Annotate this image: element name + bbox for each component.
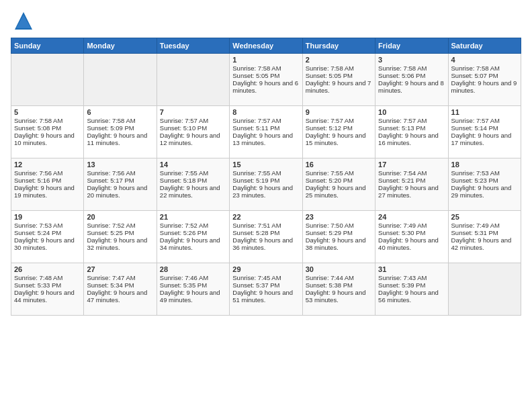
calendar-cell: 18Sunrise: 7:53 AMSunset: 5:23 PMDayligh… bbox=[448, 158, 521, 211]
day-number: 3 bbox=[378, 56, 445, 64]
day-info-line: Sunset: 5:23 PM bbox=[451, 177, 518, 184]
day-info-line: Daylight: 9 hours and 10 minutes. bbox=[14, 132, 81, 146]
day-info-line: Daylight: 9 hours and 30 minutes. bbox=[14, 236, 81, 251]
day-info-line: Sunset: 5:35 PM bbox=[160, 281, 226, 289]
day-info-line: Sunset: 5:16 PM bbox=[14, 177, 81, 184]
calendar-cell: 20Sunrise: 7:52 AMSunset: 5:25 PMDayligh… bbox=[84, 211, 157, 263]
day-info-line: Sunset: 5:38 PM bbox=[306, 281, 372, 289]
day-info-line: Sunrise: 7:58 AM bbox=[14, 117, 81, 124]
day-info-line: Sunset: 5:14 PM bbox=[451, 124, 518, 132]
calendar-week-3: 12Sunrise: 7:56 AMSunset: 5:16 PMDayligh… bbox=[11, 158, 521, 211]
calendar-cell: 15Sunrise: 7:55 AMSunset: 5:19 PMDayligh… bbox=[230, 158, 302, 211]
day-number: 7 bbox=[160, 108, 226, 116]
calendar-cell: 9Sunrise: 7:57 AMSunset: 5:12 PMDaylight… bbox=[302, 106, 375, 158]
day-info-line: Sunset: 5:26 PM bbox=[160, 229, 226, 236]
day-info-line: Sunset: 5:20 PM bbox=[306, 177, 372, 184]
day-number: 23 bbox=[306, 213, 372, 221]
day-number: 19 bbox=[14, 213, 81, 221]
day-info-line: Sunrise: 7:57 AM bbox=[306, 117, 372, 124]
day-number: 1 bbox=[232, 56, 299, 64]
day-info-line: Sunrise: 7:57 AM bbox=[160, 117, 226, 124]
day-info-line: Sunset: 5:17 PM bbox=[87, 177, 153, 184]
day-number: 6 bbox=[87, 108, 153, 116]
day-header-thursday: Thursday bbox=[302, 38, 375, 54]
day-info-line: Sunrise: 7:56 AM bbox=[87, 169, 153, 177]
day-info-line: Sunset: 5:31 PM bbox=[451, 229, 518, 236]
day-header-wednesday: Wednesday bbox=[230, 38, 302, 54]
day-number: 31 bbox=[378, 265, 445, 273]
day-info-line: Sunrise: 7:55 AM bbox=[232, 169, 299, 177]
day-info-line: Sunrise: 7:58 AM bbox=[378, 64, 445, 72]
day-info-line: Daylight: 9 hours and 51 minutes. bbox=[232, 289, 299, 304]
day-info-line: Sunset: 5:24 PM bbox=[14, 229, 81, 236]
day-info-line: Daylight: 9 hours and 7 minutes. bbox=[306, 79, 372, 94]
calendar-cell: 8Sunrise: 7:57 AMSunset: 5:11 PMDaylight… bbox=[230, 106, 302, 158]
day-number: 9 bbox=[306, 108, 372, 116]
day-info-line: Daylight: 9 hours and 25 minutes. bbox=[306, 184, 372, 199]
day-info-line: Sunset: 5:30 PM bbox=[378, 229, 445, 236]
day-info-line: Sunrise: 7:55 AM bbox=[306, 169, 372, 177]
day-info-line: Sunset: 5:39 PM bbox=[378, 281, 445, 289]
day-info-line: Daylight: 9 hours and 19 minutes. bbox=[14, 184, 81, 199]
day-info-line: Sunset: 5:08 PM bbox=[14, 124, 81, 132]
day-info-line: Sunset: 5:06 PM bbox=[378, 72, 445, 79]
calendar-cell: 13Sunrise: 7:56 AMSunset: 5:17 PMDayligh… bbox=[84, 158, 157, 211]
day-number: 12 bbox=[14, 161, 81, 169]
day-info-line: Sunset: 5:21 PM bbox=[378, 177, 445, 184]
day-number: 16 bbox=[306, 161, 372, 169]
day-info-line: Sunset: 5:12 PM bbox=[306, 124, 372, 132]
day-number: 15 bbox=[232, 161, 299, 169]
day-info-line: Daylight: 9 hours and 36 minutes. bbox=[232, 236, 299, 251]
day-info-line: Daylight: 9 hours and 6 minutes. bbox=[232, 79, 299, 94]
calendar-week-5: 26Sunrise: 7:48 AMSunset: 5:33 PMDayligh… bbox=[11, 263, 521, 316]
day-number: 2 bbox=[306, 56, 372, 64]
day-info-line: Sunset: 5:05 PM bbox=[232, 72, 299, 79]
day-number: 29 bbox=[232, 265, 299, 273]
day-info-line: Sunrise: 7:43 AM bbox=[378, 274, 445, 281]
calendar-cell: 11Sunrise: 7:57 AMSunset: 5:14 PMDayligh… bbox=[448, 106, 521, 158]
day-info-line: Sunrise: 7:50 AM bbox=[306, 222, 372, 229]
day-header-monday: Monday bbox=[84, 38, 157, 54]
day-info-line: Sunset: 5:28 PM bbox=[232, 229, 299, 236]
day-number: 13 bbox=[87, 161, 153, 169]
day-info-line: Sunrise: 7:58 AM bbox=[451, 64, 518, 72]
calendar-cell: 28Sunrise: 7:46 AMSunset: 5:35 PMDayligh… bbox=[157, 263, 229, 316]
day-header-saturday: Saturday bbox=[448, 38, 521, 54]
calendar-cell: 24Sunrise: 7:49 AMSunset: 5:30 PMDayligh… bbox=[375, 211, 448, 263]
day-number: 20 bbox=[87, 213, 153, 221]
day-info-line: Daylight: 9 hours and 38 minutes. bbox=[306, 236, 372, 251]
day-number: 30 bbox=[306, 265, 372, 273]
day-info-line: Daylight: 9 hours and 40 minutes. bbox=[378, 236, 445, 251]
calendar-cell: 26Sunrise: 7:48 AMSunset: 5:33 PMDayligh… bbox=[11, 263, 84, 316]
calendar-cell: 21Sunrise: 7:52 AMSunset: 5:26 PMDayligh… bbox=[157, 211, 229, 263]
day-info-line: Sunset: 5:11 PM bbox=[232, 124, 299, 132]
day-number: 14 bbox=[160, 161, 226, 169]
day-number: 18 bbox=[451, 161, 518, 169]
day-info-line: Sunrise: 7:52 AM bbox=[160, 222, 226, 229]
day-info-line: Daylight: 9 hours and 34 minutes. bbox=[160, 236, 226, 251]
calendar-week-2: 5Sunrise: 7:58 AMSunset: 5:08 PMDaylight… bbox=[11, 106, 521, 158]
day-info-line: Sunrise: 7:49 AM bbox=[451, 222, 518, 229]
day-info-line: Sunrise: 7:51 AM bbox=[232, 222, 299, 229]
day-info-line: Sunrise: 7:58 AM bbox=[306, 64, 372, 72]
day-info-line: Sunset: 5:25 PM bbox=[87, 229, 153, 236]
calendar-cell: 14Sunrise: 7:55 AMSunset: 5:18 PMDayligh… bbox=[157, 158, 229, 211]
day-info-line: Sunset: 5:07 PM bbox=[451, 72, 518, 79]
day-info-line: Daylight: 9 hours and 47 minutes. bbox=[87, 289, 153, 304]
day-info-line: Sunrise: 7:45 AM bbox=[232, 274, 299, 281]
day-info-line: Daylight: 9 hours and 8 minutes. bbox=[378, 79, 445, 94]
calendar-cell: 31Sunrise: 7:43 AMSunset: 5:39 PMDayligh… bbox=[375, 263, 448, 316]
day-info-line: Daylight: 9 hours and 56 minutes. bbox=[378, 289, 445, 304]
day-info-line: Sunrise: 7:52 AM bbox=[87, 222, 153, 229]
calendar-cell: 16Sunrise: 7:55 AMSunset: 5:20 PMDayligh… bbox=[302, 158, 375, 211]
day-info-line: Daylight: 9 hours and 11 minutes. bbox=[87, 132, 153, 146]
day-number: 27 bbox=[87, 265, 153, 273]
day-info-line: Daylight: 9 hours and 15 minutes. bbox=[306, 132, 372, 146]
day-number: 5 bbox=[14, 108, 81, 116]
calendar-cell: 1Sunrise: 7:58 AMSunset: 5:05 PMDaylight… bbox=[230, 54, 302, 106]
day-info-line: Sunrise: 7:49 AM bbox=[378, 222, 445, 229]
calendar-cell: 5Sunrise: 7:58 AMSunset: 5:08 PMDaylight… bbox=[11, 106, 84, 158]
day-info-line: Sunset: 5:19 PM bbox=[232, 177, 299, 184]
day-info-line: Daylight: 9 hours and 32 minutes. bbox=[87, 236, 153, 251]
day-info-line: Sunset: 5:10 PM bbox=[160, 124, 226, 132]
